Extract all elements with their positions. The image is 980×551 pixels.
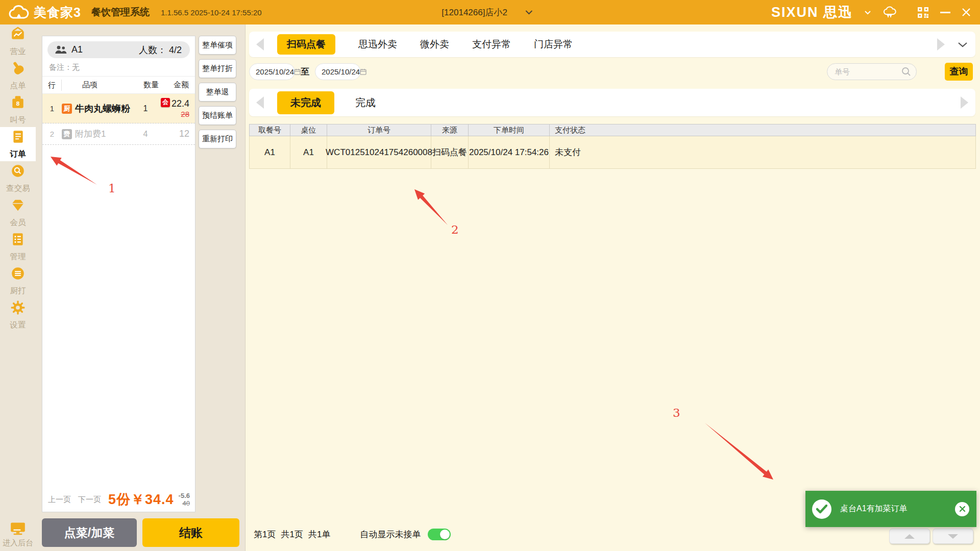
table-row[interactable]: A1 A1 WCT012510241754260008 扫码点餐 2025/10…: [249, 136, 976, 169]
chevron-down-icon: [525, 10, 533, 15]
pre-bill-button[interactable]: 预结账单: [199, 106, 236, 125]
page-up-button[interactable]: [889, 529, 930, 544]
hand-order-icon: [10, 61, 26, 79]
chevron-down-icon[interactable]: [864, 10, 871, 15]
search-transaction-icon: [10, 163, 26, 181]
sidebar-item-members[interactable]: 会员: [0, 195, 36, 230]
notification-toast: 桌台A1有加菜订单: [805, 491, 976, 527]
order-items-header: 行 品项 数量 金额: [42, 77, 195, 94]
sidebar-item-order[interactable]: 点单: [0, 59, 36, 93]
order-item-row[interactable]: 2 费 附加费1 4 12: [42, 123, 195, 145]
kitchen-print-icon: [10, 266, 26, 284]
titlebar-left: 美食家3 餐饮管理系统 1.1.56.5 2025-10-24 17:55:20: [0, 4, 262, 21]
close-button[interactable]: [962, 8, 971, 17]
current-page-text: 第1页: [254, 529, 276, 540]
tab-sixun-delivery[interactable]: 思迅外卖: [358, 38, 397, 51]
fee-badge: 费: [62, 129, 72, 139]
return-order-button[interactable]: 整单退: [199, 83, 236, 102]
current-order-panel: A1 人数： 4/2 备注：无 行 品项 数量 金额 1 厨 牛肉丸螺蛳粉 1 …: [42, 36, 195, 512]
up-arrow-icon: [904, 534, 915, 539]
tab-micro-delivery[interactable]: 微外卖: [420, 38, 449, 51]
sidebar-item-queue[interactable]: 8 叫号: [0, 93, 36, 127]
business-sign-icon: [10, 27, 26, 44]
filter-row: 2025/10/24 至 2025/10/24 查询: [249, 62, 975, 81]
main-content: 扫码点餐 思迅外卖 微外卖 支付异常 门店异常 2025/10/24 至: [245, 24, 980, 551]
item-original-price: 28: [181, 110, 189, 118]
member-badge: 会: [161, 98, 170, 107]
member-diamond-icon: [10, 197, 26, 215]
tab-store-abnormal[interactable]: 门店异常: [534, 38, 573, 51]
store-name: [12014266]店小2: [442, 7, 507, 18]
order-total: 5份￥34.4: [108, 490, 174, 509]
manage-checklist-icon: [10, 232, 26, 249]
sidebar-item-transactions[interactable]: 查交易: [0, 161, 36, 195]
next-page-button[interactable]: 下一页: [78, 495, 101, 505]
tab-scan-order[interactable]: 扫码点餐: [277, 34, 335, 55]
system-name: 餐饮管理系统: [91, 6, 150, 19]
item-name: 附加费1: [75, 128, 106, 140]
cloud-logo-icon: [7, 5, 30, 20]
settings-gear-icon: [10, 300, 26, 318]
item-name: 牛肉丸螺蛳粉: [75, 103, 130, 115]
status-tab-bar: 未完成 完成: [249, 89, 975, 116]
order-source: 扫码点餐: [431, 136, 469, 168]
guest-count: 人数： 4/2: [139, 44, 182, 56]
reprint-button[interactable]: 重新打印: [199, 130, 236, 148]
table-seat: A1: [290, 136, 327, 168]
sixun-brand-logo: SIXUN 思迅: [771, 3, 853, 21]
sidebar-item-kitchen-print[interactable]: 厨打: [0, 264, 36, 298]
urge-order-button[interactable]: 整单催项: [199, 36, 236, 55]
tabs-expand-chevron-icon[interactable]: [957, 41, 968, 48]
tabs-scroll-left-icon[interactable]: [256, 38, 264, 51]
sidebar-nav: 营业 点单 8 叫号 订单 查交易 会员 管理 厨打: [0, 24, 36, 551]
page-down-button[interactable]: [933, 529, 973, 544]
sidebar-item-management[interactable]: 管理: [0, 230, 36, 264]
item-amount: 12: [179, 129, 189, 139]
checkout-button[interactable]: 结账: [142, 518, 239, 547]
store-selector[interactable]: [12014266]店小2: [442, 0, 533, 24]
auto-show-label: 自动显示未接单: [360, 529, 421, 540]
success-check-icon: [812, 499, 831, 519]
tab-unfinished[interactable]: 未完成: [277, 91, 334, 114]
query-button[interactable]: 查询: [945, 63, 973, 81]
item-qty: 1: [137, 104, 154, 113]
qr-code-icon[interactable]: [917, 7, 929, 18]
table-header-pill[interactable]: A1 人数： 4/2: [47, 41, 190, 58]
down-arrow-icon: [948, 534, 958, 539]
sidebar-item-settings[interactable]: 设置: [0, 298, 36, 332]
prev-page-button[interactable]: 上一页: [48, 495, 71, 505]
sidebar-item-backoffice[interactable]: 进入后台: [0, 520, 36, 548]
toast-close-icon[interactable]: [955, 502, 969, 516]
order-number-search[interactable]: [827, 63, 917, 80]
table-name: A1: [71, 44, 83, 55]
order-add-dishes-button[interactable]: 点菜/加菜: [42, 518, 137, 547]
date-to-picker[interactable]: 2025/10/24: [315, 63, 361, 80]
discount-order-button[interactable]: 整单打折: [199, 59, 236, 78]
app-name: 美食家3: [34, 4, 81, 21]
title-bar: 美食家3 餐饮管理系统 1.1.56.5 2025-10-24 17:55:20…: [0, 0, 980, 24]
status-scroll-right-icon[interactable]: [961, 96, 968, 109]
cloud-sync-icon[interactable]: [883, 6, 897, 18]
tab-finished[interactable]: 完成: [355, 96, 376, 110]
pickup-number: A1: [250, 136, 290, 168]
sidebar-item-orders[interactable]: 订单: [0, 127, 36, 161]
svg-text:8: 8: [16, 100, 20, 107]
date-from-picker[interactable]: 2025/10/24: [249, 63, 295, 80]
order-number: WCT012510241754260008: [327, 136, 431, 168]
search-icon: [901, 67, 911, 77]
sidebar-item-business[interactable]: 营业: [0, 24, 36, 59]
item-amount: 22.4: [172, 98, 189, 109]
discount-amount: -5.6: [179, 492, 190, 499]
guests-icon: [55, 45, 67, 54]
auto-show-toggle[interactable]: [428, 529, 451, 540]
calendar-icon: [360, 68, 366, 75]
tab-payment-abnormal[interactable]: 支付异常: [472, 38, 511, 51]
status-scroll-left-icon[interactable]: [256, 96, 264, 109]
tabs-scroll-right-icon[interactable]: [937, 38, 945, 51]
order-item-row[interactable]: 1 厨 牛肉丸螺蛳粉 1 会 22.4 28: [42, 94, 195, 123]
monitor-icon: [9, 520, 27, 537]
orders-table: 取餐号 桌位 订单号 来源 下单时间 支付状态 A1 A1 WCT0125102…: [249, 124, 976, 169]
minimize-button[interactable]: [940, 12, 950, 13]
search-input[interactable]: [835, 67, 900, 76]
orders-table-header: 取餐号 桌位 订单号 来源 下单时间 支付状态: [249, 124, 976, 136]
